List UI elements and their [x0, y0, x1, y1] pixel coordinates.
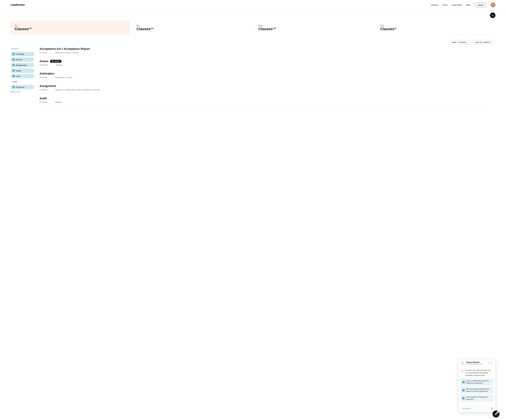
sidebar-item-service[interactable]: Service	[11, 57, 34, 62]
clause-list: Acceptance Act / Acceptance Report 12 En…	[40, 47, 495, 106]
clause-item-audit[interactable]: Audit 87 Entries Bilateral	[40, 94, 495, 106]
check-icon-service	[12, 58, 15, 61]
clause-meta-arbitration: 28 Entries Employment / Security	[40, 76, 495, 78]
select-all-button[interactable]: SELECT ALL	[11, 90, 34, 93]
logo[interactable]: Lawformer	[11, 3, 25, 7]
sidebar-label-audit: Audit	[12, 80, 17, 83]
clause-name-acceptance: Acceptance Act / Acceptance Report	[40, 47, 495, 51]
card-all-title: Clauses21K	[15, 27, 126, 31]
sort-button[interactable]: SORT BY: NEWEST	[473, 40, 495, 45]
sidebar-item-lease[interactable]: Lease	[11, 68, 34, 73]
main-content: Categories Purchase Service Employment L…	[0, 47, 506, 106]
search-button[interactable]	[490, 13, 495, 18]
clause-meta-assignment: 12 Entries Agreement / Employment / Serv…	[40, 89, 495, 91]
sidebar-label-loan: Loan	[16, 75, 20, 77]
card-new-sub: New	[258, 25, 369, 27]
clause-item-acceptance[interactable]: Acceptance Act / Acceptance Report 12 En…	[40, 47, 495, 57]
card-my-sub: My	[137, 25, 248, 27]
card-all-sub: All	[15, 25, 126, 27]
nav-blog[interactable]: Blog	[466, 4, 470, 6]
clause-name-audit: Audit	[40, 97, 495, 100]
clause-item-assignment[interactable]: Assignment 12 Entries Agreement / Employ…	[40, 81, 495, 94]
check-icon-lease	[12, 69, 15, 72]
chevron-down-icon	[467, 42, 468, 43]
clause-entries-arbitration: 28 Entries	[40, 76, 47, 78]
clause-tags-acceptance: Agreement / Service / Transfer	[55, 52, 78, 54]
clause-meta-acceptance: 12 Entries Agreement / Service / Transfe…	[40, 52, 495, 54]
card-my-title: Clauses210	[137, 27, 248, 31]
my-clauses-badge: My clauses	[50, 60, 61, 63]
card-top-clauses[interactable]: Top Clauses94	[376, 21, 495, 35]
categories-title: Categories	[11, 48, 34, 50]
search-area	[0, 10, 506, 18]
sidebar-item-employment[interactable]: Employment	[11, 63, 34, 67]
upload-button[interactable]: Upload	[474, 3, 486, 7]
clause-entries-assignment: 12 Entries	[40, 89, 47, 91]
card-top-title: Clauses94	[380, 27, 491, 31]
sidebar-item-audit[interactable]: Audit	[11, 80, 34, 84]
clause-entries-acceptance: 12 Entries	[40, 52, 47, 54]
avatar[interactable]	[490, 2, 495, 7]
main-nav: Clauses Terms Case Briefs Blog Upload	[431, 2, 495, 7]
clause-meta-audit: 87 Entries Bilateral	[40, 101, 495, 103]
nav-clauses[interactable]: Clauses	[431, 4, 438, 6]
check-icon-insurance	[12, 86, 15, 88]
view-column-button[interactable]: VIEW: 1 COLUMN	[449, 40, 471, 45]
chevron-down-icon-2	[491, 42, 493, 43]
card-my-clauses[interactable]: My Clauses210	[133, 21, 252, 35]
cards-section: All Clauses21K My Clauses210 New Clauses…	[0, 18, 506, 39]
sidebar-label-service: Service	[16, 59, 22, 61]
clause-tags-arbitration: Employment / Security	[55, 76, 72, 78]
card-new-clauses[interactable]: New Clauses1.5K	[254, 21, 373, 35]
clause-entries-audit: 87 Entries	[40, 101, 47, 103]
nav-case-briefs[interactable]: Case Briefs	[452, 4, 462, 6]
check-icon-purchase	[12, 53, 15, 55]
sidebar-item-loan[interactable]: Loan	[11, 74, 34, 78]
sidebar-item-insurance[interactable]: Insurance	[11, 85, 34, 89]
sidebar-label-employment: Employment	[16, 64, 27, 66]
clause-name-arbitration: Arbitration	[40, 72, 495, 75]
clause-item-arbitration[interactable]: Arbitration 28 Entries Employment / Secu…	[40, 69, 495, 81]
clause-item-annex[interactable]: Annex My clauses 205 Entries Bilateral	[40, 57, 495, 69]
check-icon-employment	[12, 64, 15, 66]
nav-terms[interactable]: Terms	[442, 4, 448, 6]
clause-name-annex: Annex My clauses	[40, 60, 495, 63]
toolbar: VIEW: 1 COLUMN SORT BY: NEWEST	[0, 39, 506, 47]
sidebar-label-lease: Lease	[16, 70, 21, 72]
clause-tags-annex: Bilateral	[56, 64, 62, 66]
sidebar-label-insurance: Insurance	[16, 86, 25, 88]
sidebar-label-purchase: Purchase	[16, 53, 24, 55]
sidebar-item-purchase[interactable]: Purchase	[11, 52, 34, 56]
clause-tags-assignment: Agreement / Employment / Service / Emplo…	[55, 89, 100, 91]
card-all-clauses[interactable]: All Clauses21K	[11, 21, 130, 35]
clause-tags-audit: Bilateral	[55, 101, 61, 103]
search-icon	[492, 14, 494, 16]
sidebar: Categories Purchase Service Employment L…	[11, 47, 34, 106]
card-new-title: Clauses1.5K	[258, 27, 369, 31]
clause-entries-annex: 205 Entries	[40, 64, 48, 66]
clause-meta-annex: 205 Entries Bilateral	[40, 64, 495, 66]
card-top-sub: Top	[380, 25, 491, 27]
clause-name-assignment: Assignment	[40, 84, 495, 88]
check-icon-loan	[12, 75, 15, 77]
